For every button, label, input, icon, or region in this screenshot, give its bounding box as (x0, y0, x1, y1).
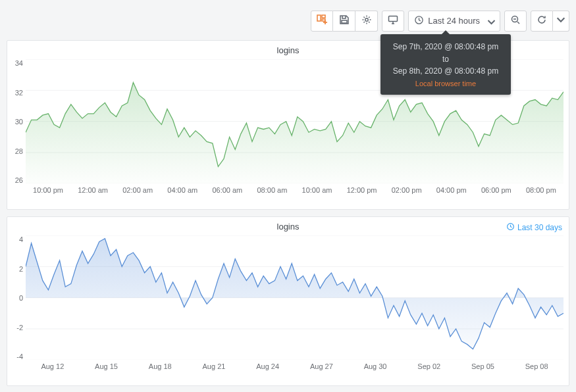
toolbar-group-main (311, 11, 378, 32)
panel-time-badge[interactable]: Last 30 days (506, 222, 562, 233)
axis-tick: 08:00 am (249, 186, 294, 194)
x-axis: Aug 12Aug 15Aug 18Aug 21Aug 24Aug 27Aug … (26, 360, 563, 370)
axis-tick: 30 (15, 118, 23, 126)
axis-tick: 04:00 am (160, 186, 205, 194)
axis-tick: 12:00 am (70, 186, 115, 194)
svg-point-6 (365, 18, 368, 21)
save-button[interactable] (333, 11, 355, 32)
tooltip-tz-link[interactable]: Local browser time (415, 80, 476, 87)
axis-tick: 2 (19, 265, 23, 273)
axis-tick: Sep 08 (510, 362, 563, 370)
svg-rect-0 (317, 15, 321, 21)
axis-tick: Aug 24 (241, 362, 295, 370)
refresh-icon (537, 14, 547, 27)
dashboard-toolbar: Last 24 hours (0, 0, 576, 34)
axis-tick: -4 (16, 353, 23, 360)
add-panel-icon (317, 14, 327, 27)
display-icon (388, 14, 398, 27)
axis-tick: 0 (19, 294, 23, 302)
settings-button[interactable] (355, 11, 378, 32)
panel-title: logins (7, 217, 569, 232)
clock-icon (506, 222, 515, 233)
y-axis: 420-2-4 (9, 235, 26, 360)
axis-tick: 12:00 pm (340, 186, 384, 194)
axis-tick: Sep 05 (456, 362, 510, 370)
axis-tick: Aug 18 (133, 362, 187, 370)
svg-rect-5 (342, 20, 347, 23)
axis-tick: 08:00 pm (519, 186, 563, 194)
save-icon (339, 14, 350, 27)
axis-tick: Aug 30 (348, 362, 402, 370)
axis-tick: 06:00 am (205, 186, 249, 194)
add-panel-button[interactable] (311, 11, 333, 32)
axis-tick: 26 (15, 176, 23, 184)
time-range-tooltip: Sep 7th, 2020 @ 08:00:48 pm to Sep 8th, … (380, 34, 511, 95)
axis-tick: Aug 12 (26, 362, 80, 370)
axis-tick: 02:00 am (115, 186, 160, 194)
x-axis: 10:00 pm12:00 am02:00 am04:00 am06:00 am… (26, 184, 563, 194)
panel-time-badge-label: Last 30 days (517, 223, 562, 232)
zoom-out-button[interactable] (504, 11, 527, 32)
axis-tick: Aug 21 (187, 362, 241, 370)
chart-area[interactable]: 420-2-4 Aug 12Aug 15Aug 18Aug 21Aug 24Au… (7, 232, 569, 376)
plot[interactable]: Aug 12Aug 15Aug 18Aug 21Aug 24Aug 27Aug … (26, 235, 563, 370)
axis-tick: 34 (15, 59, 23, 67)
display-mode-button[interactable] (382, 11, 404, 32)
y-axis: 3432302826 (9, 59, 26, 184)
axis-tick: Sep 02 (402, 362, 456, 370)
time-range-picker[interactable]: Last 24 hours (408, 11, 500, 32)
refresh-button[interactable] (531, 11, 553, 32)
refresh-interval-button[interactable] (553, 11, 569, 32)
chevron-down-icon (486, 17, 494, 25)
axis-tick: Aug 15 (80, 362, 134, 370)
chevron-down-icon (556, 14, 566, 27)
tooltip-from: Sep 7th, 2020 @ 08:00:48 pm (387, 41, 504, 53)
tooltip-sep: to (387, 53, 504, 66)
axis-tick: 10:00 pm (26, 186, 70, 194)
axis-tick: 32 (15, 89, 23, 97)
gear-icon (361, 14, 372, 27)
axis-tick: -2 (16, 324, 23, 331)
axis-tick: 04:00 pm (429, 186, 474, 194)
svg-rect-1 (322, 15, 325, 18)
tooltip-to: Sep 8th, 2020 @ 08:00:48 pm (387, 65, 504, 78)
clock-icon (414, 15, 424, 27)
axis-tick: Aug 27 (295, 362, 349, 370)
axis-tick: 06:00 pm (474, 186, 519, 194)
axis-tick: 28 (15, 147, 23, 155)
axis-tick: 02:00 pm (384, 186, 429, 194)
axis-tick: 10:00 am (294, 186, 339, 194)
axis-tick: 4 (19, 235, 23, 243)
svg-line-10 (517, 22, 519, 24)
zoom-out-icon (510, 14, 521, 27)
refresh-group (531, 11, 569, 32)
svg-rect-7 (389, 16, 398, 22)
time-range-label: Last 24 hours (428, 16, 480, 26)
panel-logins-30d: logins Last 30 days 420-2-4 Aug 12Aug 15… (7, 216, 569, 386)
